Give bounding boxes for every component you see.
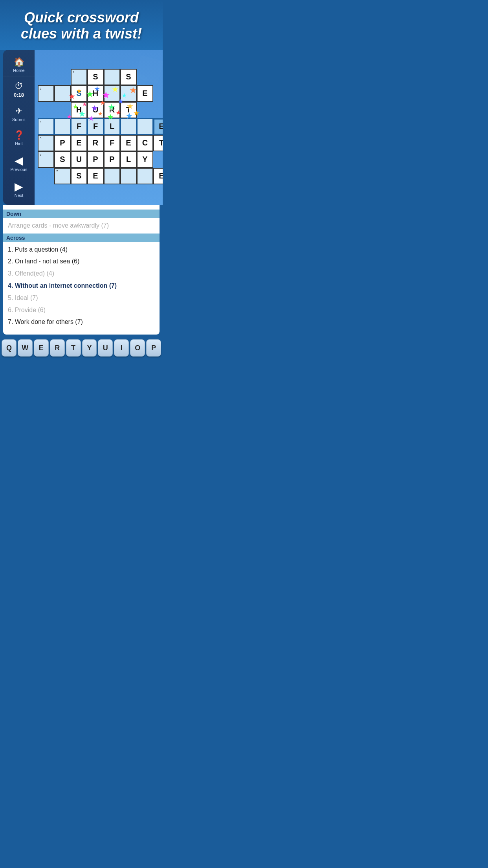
cell-empty (153, 85, 163, 102)
cell-empty (153, 102, 163, 118)
grid-cell[interactable] (120, 85, 137, 102)
grid-cell[interactable]: 4 (38, 118, 54, 135)
sidebar-home[interactable]: 🏠 Home (3, 53, 35, 77)
cell-empty (137, 69, 153, 85)
cell-empty (54, 69, 71, 85)
grid-cell[interactable]: S (71, 85, 87, 102)
key-u[interactable]: U (98, 339, 113, 357)
grid-cell[interactable] (54, 85, 71, 102)
grid-cell[interactable] (54, 118, 71, 135)
grid-cell[interactable]: E (153, 168, 163, 184)
grid-cell[interactable]: T (120, 102, 137, 118)
grid-cell[interactable]: R (87, 135, 104, 151)
key-q[interactable]: Q (2, 339, 17, 357)
grid-cell[interactable]: L (120, 151, 137, 168)
sidebar-submit[interactable]: ✈ Submit (3, 102, 35, 126)
sidebar-previous[interactable]: ◀ Previous (3, 150, 35, 176)
submit-label: Submit (12, 117, 26, 122)
grid-cell[interactable]: S (87, 69, 104, 85)
key-o[interactable]: O (130, 339, 145, 357)
grid-cell[interactable]: Y (137, 151, 153, 168)
grid-cell[interactable]: P (104, 151, 120, 168)
grid-cell-active[interactable]: E (153, 118, 163, 135)
crossword-grid[interactable]: 1 S S 2 S H E (38, 69, 163, 184)
key-y[interactable]: Y (82, 339, 97, 357)
grid-cell[interactable] (120, 168, 137, 184)
across-header: Across (3, 234, 160, 242)
header-title: Quick crossword clues with a twist! (8, 9, 155, 42)
grid-cell[interactable]: S (54, 151, 71, 168)
clue-1[interactable]: 1. Puts a question (4) (8, 244, 155, 256)
grid-cell[interactable]: 6 (38, 151, 54, 168)
clue-text-5: Ideal (7) (15, 294, 38, 301)
clue-text-4: Without an internet connection (7) (15, 282, 117, 289)
grid-row-3: H U R T (38, 102, 163, 118)
clue-text-6: Provide (6) (15, 307, 46, 313)
grid-cell[interactable]: E (137, 85, 153, 102)
key-i[interactable]: I (114, 339, 129, 357)
hint-icon: ❓ (14, 130, 24, 140)
clue-number-4: 4. (8, 282, 13, 289)
grid-cell[interactable]: E (71, 135, 87, 151)
submit-icon: ✈ (15, 106, 22, 116)
grid-cell[interactable]: 7 (54, 168, 71, 184)
clue-4[interactable]: 4. Without an internet connection (7) (8, 280, 155, 292)
grid-cell[interactable]: U (87, 102, 104, 118)
key-p[interactable]: P (146, 339, 161, 357)
sidebar-timer: ⏱ 0:18 (3, 77, 35, 102)
grid-cell[interactable] (104, 69, 120, 85)
grid-cell[interactable] (137, 168, 153, 184)
clue-7[interactable]: 7. Work done for others (7) (8, 316, 155, 328)
clue-6[interactable]: 6. Provide (6) (8, 304, 155, 316)
key-w[interactable]: W (18, 339, 33, 357)
grid-cell[interactable]: 2 (38, 85, 54, 102)
grid-cell[interactable]: R (104, 102, 120, 118)
home-label: Home (13, 68, 24, 73)
app-header: Quick crossword clues with a twist! (0, 0, 163, 50)
next-icon: ▶ (15, 180, 23, 193)
hint-label: Hint (15, 141, 23, 146)
clue-number-6: 6. (8, 307, 13, 313)
sidebar-next[interactable]: ▶ Next (3, 176, 35, 202)
grid-cell[interactable]: U (71, 151, 87, 168)
grid-cell[interactable]: P (87, 151, 104, 168)
grid-cell[interactable]: F (87, 118, 104, 135)
grid-cell[interactable]: E (87, 168, 104, 184)
key-r[interactable]: R (50, 339, 65, 357)
grid-cell[interactable]: S (71, 168, 87, 184)
grid-cell[interactable]: 5 (38, 135, 54, 151)
grid-cell[interactable]: F (104, 135, 120, 151)
grid-row-6: 6 S U P P L Y (38, 151, 163, 168)
timer-display: 0:18 (14, 92, 24, 98)
grid-cell[interactable] (104, 85, 120, 102)
cell-empty (153, 69, 163, 85)
grid-cell[interactable] (104, 168, 120, 184)
key-e[interactable]: E (34, 339, 49, 357)
grid-cell[interactable]: E (120, 135, 137, 151)
clue-3[interactable]: 3. Offend(ed) (4) (8, 268, 155, 280)
keyboard-row: Q W E R T Y U I O P (0, 336, 163, 360)
key-t[interactable]: T (66, 339, 81, 357)
clue-text-1: Puts a question (4) (15, 246, 68, 253)
grid-cell[interactable]: C (137, 135, 153, 151)
grid-cell[interactable]: 1 (71, 69, 87, 85)
grid-cell[interactable]: H (87, 85, 104, 102)
grid-cell[interactable]: L (104, 118, 120, 135)
grid-cell[interactable] (137, 118, 153, 135)
clues-section: Down Arrange cards - move awkwardly (7) … (3, 205, 160, 335)
clue-number-1: 1. (8, 246, 13, 253)
grid-cell[interactable]: F (71, 118, 87, 135)
down-clue[interactable]: Arrange cards - move awkwardly (7) (8, 220, 155, 232)
cell-empty (38, 168, 54, 184)
grid-table: 1 S S 2 S H E (38, 69, 163, 184)
previous-icon: ◀ (15, 154, 23, 167)
grid-cell[interactable]: H (71, 102, 87, 118)
clue-2[interactable]: 2. On land - not at sea (6) (8, 256, 155, 268)
clue-5[interactable]: 5. Ideal (7) (8, 292, 155, 304)
grid-cell[interactable] (120, 118, 137, 135)
grid-cell[interactable]: T (153, 135, 163, 151)
clue-number-2: 2. (8, 258, 13, 265)
grid-cell[interactable]: S (120, 69, 137, 85)
sidebar-hint[interactable]: ❓ Hint (3, 126, 35, 150)
grid-cell[interactable]: P (54, 135, 71, 151)
